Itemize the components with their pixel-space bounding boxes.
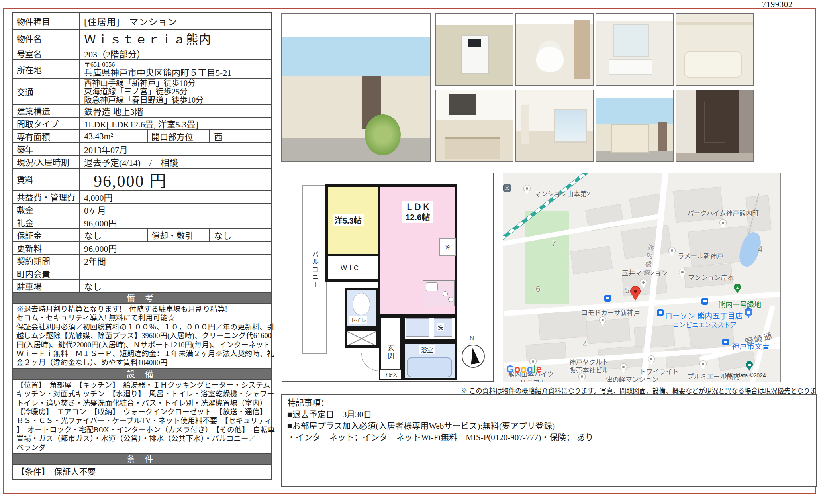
spec-value: 西 (210, 130, 271, 142)
spec-value: 2年間 (80, 255, 271, 267)
spec-label: 現況/入居時期 (13, 156, 80, 168)
spec-value: 1LDK[ LDK12.6畳, 洋室5.3畳] (80, 118, 271, 129)
spec-row: 駐車場なし (13, 279, 271, 292)
photo-living-room (515, 90, 594, 162)
spec-row: 現況/入居時期退去予定(4/14) / 相談 (13, 155, 271, 168)
map-label: コモドカーサ新神戸 (581, 308, 640, 317)
floorplan-toilet-label: トイレ (349, 316, 367, 324)
spec-row: 物件名Ｗｉｓｔｅｒｉａ熊内 (13, 29, 271, 47)
floorplan-bathtub (407, 357, 452, 377)
floorplan-entrance-label: 玄関 (385, 345, 395, 361)
spec-row: 共益費・管理費4,000円 (13, 190, 271, 203)
floorplan-ldk-label: ＬＤＫ 12.6帖 (402, 201, 433, 223)
spec-value: 退去予定(4/14) / 相談 (80, 156, 271, 168)
floorplan-western-room-label: 洋5.3帖 (333, 214, 364, 226)
spec-row: 物件種目[住居用] マンション (13, 13, 271, 29)
map-label: コンビニエンスストア (673, 320, 737, 329)
spec-value: 0ヶ月 (80, 204, 271, 216)
map-label: リテアト (520, 378, 546, 382)
map-label: Map data ©2024 (725, 372, 766, 378)
spec-label: 契約期間 (13, 255, 80, 267)
spec-label: 更新料 (13, 242, 80, 254)
map-label: 販売本社ビル (569, 365, 609, 375)
spec-label: 礼金 (13, 216, 80, 228)
map-label: 4 (583, 339, 587, 349)
spec-row: 敷金0ヶ月 (13, 203, 271, 216)
map-label: ローソン 熊内五丁目店 (665, 310, 743, 321)
floorplan-closet (345, 329, 379, 348)
spec-label: 償却・敷引 (147, 229, 210, 241)
map-label: パークハイム神戸熊内町 (687, 208, 759, 218)
spec-value: なし (210, 229, 271, 241)
section-line: トイレ・追い焚き・洗髪洗面化粧台・バス・トイレ別・洗濯機置場（室内） (16, 399, 268, 408)
section-line: 置場・ガス（都市ガス）・水道（公営）・排水（公共下水）・バルコニー／ (16, 434, 268, 443)
note-line: ■お部屋プラス加入必須(入居者様専用Webサービス):無料(要アプリ登録) (287, 420, 810, 432)
spec-value: 〒651-0056兵庫県神戸市中央区熊内町５丁目5-21 (80, 60, 271, 78)
map-label: ラメール新神戸 (678, 251, 723, 261)
floorplan-toilet-shape (353, 293, 370, 315)
floorplan-stove-burner (443, 291, 448, 296)
map-label: マンション岸本 (688, 273, 734, 282)
spec-row: 建築構造鉄骨造 地上3階 (13, 104, 271, 117)
section-line: キッチン・対面式キッチン 【水廻り】 風呂・トイレ・浴室乾燥機・シャワー (16, 390, 268, 398)
note-line: ・インターネット：インターネットWi-Fi無料 MIS-P(0120-907-7… (287, 432, 810, 443)
spec-row: 礼金96,000円 (13, 216, 271, 228)
spec-row: 賃料96,000 円 (13, 168, 271, 190)
spec-value: 2013年07月 (80, 143, 271, 155)
spec-label: 保証金 (13, 229, 80, 241)
floorplan-shoe-box: 下足入 (380, 369, 401, 379)
map[interactable]: ▲文 マンション山本第2パークハイム神戸熊内町玉井マンションラメール新神戸マンシ… (503, 173, 781, 382)
map-label: 7 (552, 239, 556, 248)
section-line: 【位置】 角部屋 【キッチン】 給湯器・ＩＨクッキングヒーター・システム (16, 381, 268, 390)
section-line: 金２ヶ月（違約金なし）、めやす賃料104000円 (16, 358, 268, 367)
section-line: 【冷暖房】 エアコン 【収納】 ウォークインクローゼット 【放送・通信】 (16, 408, 268, 416)
spec-label: 間取タイプ (13, 118, 80, 129)
map-park-area (525, 211, 569, 304)
property-listing-sheet: 7199302 物件種目[住居用] マンション物件名Ｗｉｓｔｅｒｉａ熊内号室名2… (0, 0, 819, 504)
photo-entrance-door (676, 90, 754, 162)
section-body: 【条件】 保証人不要 (13, 464, 271, 479)
section-line: Ｗｉ－Ｆｉ無料 ＭＩＳ－Ｐ、短期違約金：１年未満２ヶ月※法人契約時、礼 (16, 349, 268, 358)
spec-value: 鉄骨造 地上3階 (80, 105, 271, 117)
section-title: 備 考 (13, 292, 271, 303)
spec-value: 西神山手線「新神戸」徒歩10分東海道線「三ノ宮」徒歩25分阪急神戸線「春日野道」… (80, 79, 271, 104)
special-notes-box: 特記事項：■退去予定日 3月30日■お部屋プラス加入必須(入居者様専用Webサー… (281, 394, 817, 487)
section-body: ※退去時月割り精算となります! 付随する駐車場も月割り精算!セコム・セキュリティ… (13, 303, 271, 368)
floorplan-sink (426, 282, 438, 291)
spec-label: 開口部方位 (147, 130, 210, 142)
spec-value (80, 267, 271, 279)
map-label: 6 (536, 284, 540, 294)
spec-value: [住居用] マンション (80, 13, 271, 29)
section-title: 条 件 (13, 453, 271, 464)
note-line: 特記事項： (287, 397, 810, 409)
spec-value: なし (80, 229, 147, 241)
spec-value: 96,000 円 (80, 169, 271, 190)
photo-kitchen (435, 90, 513, 162)
google-logo: Google (506, 363, 542, 375)
spec-row: 専有面積43.43m²開口部方位西 (13, 129, 271, 142)
photo-washstand (596, 13, 674, 86)
map-label: 津の峰マンション (606, 375, 658, 382)
spec-value: 43.43m² (80, 130, 147, 142)
spec-label: 町内会費 (13, 267, 80, 279)
spec-value: Ｗｉｓｔｅｒｉａ熊内 (80, 30, 271, 47)
spec-row: 更新料96,000円 (13, 241, 271, 254)
reference-number: 7199302 (762, 0, 793, 9)
spec-row: 保証金なし償却・敷引なし (13, 228, 271, 241)
spec-label: 物件種目 (13, 13, 80, 29)
spec-label: 敷金 (13, 204, 80, 216)
map-label: 5 (625, 286, 629, 295)
section-line: ベランダ (16, 443, 268, 452)
spec-label: 所在地 (13, 60, 80, 78)
floorplan-door-arc (361, 353, 379, 371)
spec-label: 駐車場 (13, 280, 80, 292)
spec-value: なし (80, 280, 271, 292)
spec-row: 所在地〒651-0056兵庫県神戸市中央区熊内町５丁目5-21 (13, 59, 271, 78)
floorplan-balcony: バルコニー (302, 185, 327, 354)
spec-label: 専有面積 (13, 130, 80, 142)
spec-row: 交通西神山手線「新神戸」徒歩10分東海道線「三ノ宮」徒歩25分阪急神戸線「春日野… (13, 78, 271, 104)
note-line: ■退去予定日 3月30日 (287, 409, 810, 420)
section-line: 】 オートロック・宅配BOX・インターホン（カメラ付き） 【その他】 自転車 (16, 426, 268, 434)
spec-value: 96,000円 (80, 216, 271, 228)
section-line: 円(入居時)、鍵代22000円(入居時)、Ｎサポート1210円(毎月)、インター… (16, 341, 268, 349)
